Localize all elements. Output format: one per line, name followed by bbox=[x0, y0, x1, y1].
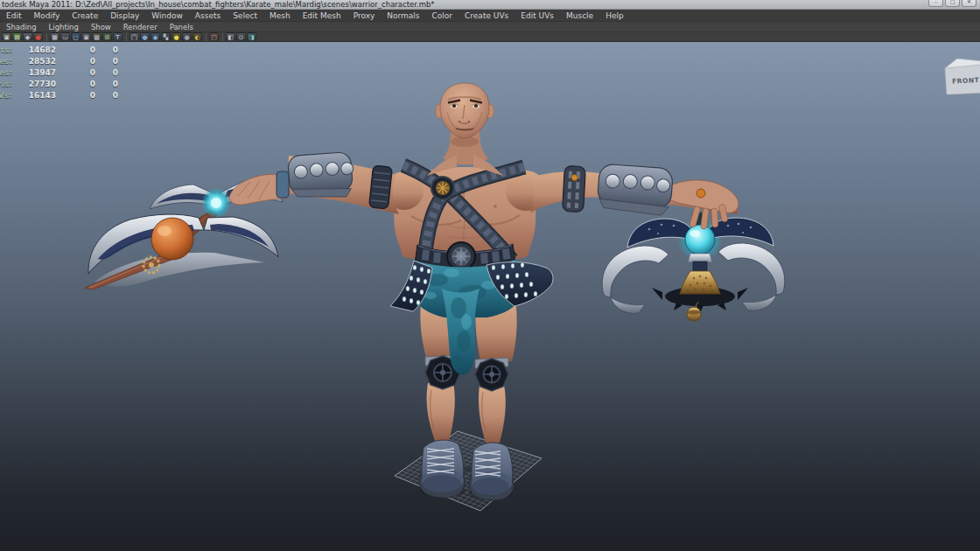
menu-mesh[interactable]: Mesh bbox=[263, 10, 297, 22]
camera-attributes-icon[interactable]: ▤ bbox=[12, 32, 22, 41]
gate-mask-icon[interactable]: ▣ bbox=[81, 32, 91, 41]
menu-proxy[interactable]: Proxy bbox=[347, 10, 382, 22]
ground-plane-grid bbox=[395, 431, 542, 511]
finger-ring bbox=[696, 189, 705, 198]
left-bicep-band bbox=[369, 165, 393, 209]
resolution-gate-icon[interactable]: ◻ bbox=[71, 32, 80, 41]
panel-menu-show[interactable]: Show bbox=[85, 22, 117, 32]
isolate-select-icon[interactable]: ▢ bbox=[209, 32, 219, 41]
plate-mode-icon[interactable]: ◨ bbox=[247, 32, 256, 41]
menu-normals[interactable]: Normals bbox=[381, 10, 425, 22]
menu-create-uvs[interactable]: Create UVs bbox=[458, 10, 514, 22]
select-camera-icon[interactable]: ▣ bbox=[2, 32, 11, 41]
view-cube[interactable]: FRONT bbox=[936, 49, 980, 103]
title-bar[interactable]: todesk Maya 2011: D:\Zed\All_projects\In… bbox=[0, 0, 980, 10]
skirt bbox=[390, 260, 553, 374]
panel-menu-shading[interactable]: Shading bbox=[0, 22, 43, 32]
xray-icon[interactable]: ◧ bbox=[226, 32, 235, 41]
toolbar-divider bbox=[206, 33, 206, 41]
head bbox=[436, 83, 494, 138]
maya-window: todesk Maya 2011: D:\Zed\All_projects\In… bbox=[0, 0, 980, 551]
window-controls: –▢✕ bbox=[928, 0, 976, 7]
right-bracer bbox=[597, 164, 674, 216]
panel-toolbar: ▣▤◆●▦▭◻▣▩⊞T◯●◉▚●●◐▢◧⊙◨ bbox=[0, 32, 980, 42]
viewport-scene bbox=[0, 42, 980, 551]
menu-assets[interactable]: Assets bbox=[189, 10, 227, 22]
field-chart-icon[interactable]: ▩ bbox=[92, 32, 102, 41]
panel-menu-bar: ShadingLightingShowRendererPanels bbox=[0, 22, 980, 32]
right-war-axe bbox=[602, 213, 785, 321]
film-gate-icon[interactable]: ▭ bbox=[60, 32, 70, 41]
wireframe-icon[interactable]: ◯ bbox=[130, 32, 139, 41]
menu-muscle[interactable]: Muscle bbox=[560, 10, 599, 22]
left-shoe bbox=[419, 440, 465, 498]
toolbar-divider bbox=[222, 33, 223, 41]
left-bracer bbox=[288, 151, 355, 200]
close-button[interactable]: ✕ bbox=[962, 0, 976, 7]
menu-create[interactable]: Create bbox=[66, 10, 104, 22]
safe-action-icon[interactable]: ⊞ bbox=[102, 32, 112, 41]
menu-modify[interactable]: Modify bbox=[27, 10, 66, 22]
checker-material-icon[interactable]: ▚ bbox=[161, 32, 171, 41]
grid-icon[interactable]: ▦ bbox=[50, 32, 60, 41]
menu-select[interactable]: Select bbox=[227, 10, 263, 22]
toolbar-divider bbox=[46, 33, 47, 41]
menu-edit-uvs[interactable]: Edit UVs bbox=[514, 10, 560, 22]
panel-menu-lighting[interactable]: Lighting bbox=[43, 22, 85, 32]
panel-menu-panels[interactable]: Panels bbox=[164, 22, 200, 32]
menu-help[interactable]: Help bbox=[599, 10, 630, 22]
bookmarks-icon[interactable]: ◆ bbox=[23, 32, 32, 41]
scene-root bbox=[85, 83, 785, 511]
window-title: todesk Maya 2011: D:\Zed\All_projects\In… bbox=[2, 0, 435, 10]
image-plane-icon[interactable]: ● bbox=[33, 32, 43, 41]
panel-menu-renderer[interactable]: Renderer bbox=[117, 22, 164, 32]
toolbar-divider bbox=[126, 33, 127, 41]
perspective-viewport[interactable]: Verts:1468200Edges:2853200Faces:1394700T… bbox=[0, 42, 980, 551]
menu-edit-mesh[interactable]: Edit Mesh bbox=[297, 10, 347, 22]
safe-title-icon[interactable]: T bbox=[113, 32, 122, 41]
lights-icon[interactable]: ● bbox=[172, 32, 181, 41]
warrior-character-model bbox=[229, 83, 738, 500]
right-knee-pad bbox=[475, 358, 508, 391]
menu-window[interactable]: Window bbox=[145, 10, 189, 22]
main-menu-bar: EditModifyCreateDisplayWindowAssetsSelec… bbox=[0, 10, 980, 22]
maximize-button[interactable]: ▢ bbox=[945, 0, 960, 7]
xray-joints-icon[interactable]: ⊙ bbox=[236, 32, 246, 41]
right-elbow-bracelet bbox=[563, 165, 586, 212]
menu-display[interactable]: Display bbox=[104, 10, 145, 22]
textured-icon[interactable]: ◉ bbox=[150, 32, 160, 41]
smooth-shade-icon[interactable]: ● bbox=[140, 32, 150, 41]
shadows-icon[interactable]: ● bbox=[182, 32, 192, 41]
menu-edit[interactable]: Edit bbox=[0, 10, 27, 22]
left-wrist-band bbox=[276, 171, 289, 198]
menu-color[interactable]: Color bbox=[426, 10, 459, 22]
minimize-button[interactable]: – bbox=[928, 0, 943, 7]
occlusion-icon[interactable]: ◐ bbox=[192, 32, 202, 41]
view-cube-front-label[interactable]: FRONT bbox=[952, 76, 980, 86]
right-shoe bbox=[469, 443, 514, 500]
